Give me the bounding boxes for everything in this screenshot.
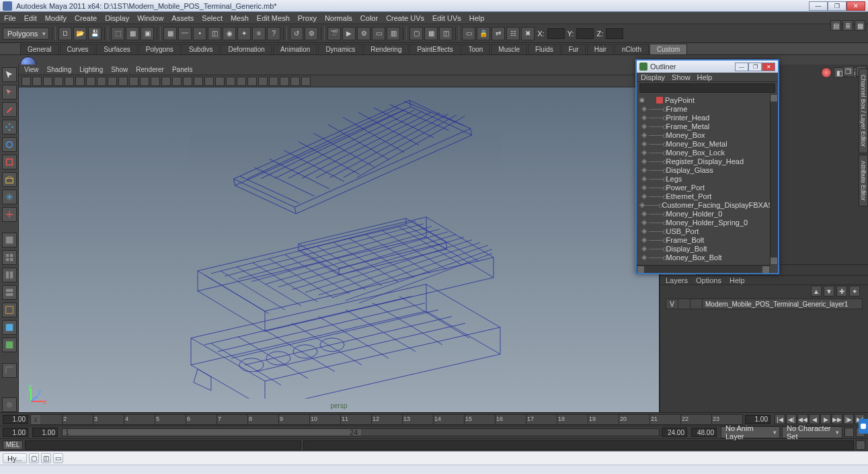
vp-field-chart-icon[interactable]: [129, 77, 139, 86]
shelf-tab-custom[interactable]: Custom: [649, 44, 687, 54]
window-maximize-button[interactable]: ❐: [828, 1, 846, 11]
window-minimize-button[interactable]: —: [809, 1, 828, 11]
menu-modify[interactable]: Modify: [45, 14, 67, 22]
go-to-start-button[interactable]: |◀: [775, 414, 785, 424]
layout-single-pane-icon[interactable]: [2, 233, 17, 247]
task-layout-1-icon[interactable]: ▢: [29, 453, 39, 463]
lock-icon[interactable]: 🔒: [477, 27, 490, 40]
univ-manip-tool-icon[interactable]: [2, 172, 17, 187]
shelf-tab-hair[interactable]: Hair: [587, 44, 614, 54]
task-layout-3-icon[interactable]: ▭: [53, 453, 63, 463]
vp-textured-icon[interactable]: [183, 77, 192, 86]
vp-grease-icon[interactable]: [75, 77, 85, 86]
snap-grid-icon[interactable]: ▦: [163, 27, 177, 40]
select-comp-icon[interactable]: ▣: [141, 27, 154, 40]
menu-file[interactable]: File: [4, 14, 16, 22]
layer-move-down-icon[interactable]: ▼: [824, 286, 834, 297]
outliner-node-register_display_head[interactable]: ◈───o Register_Display_Head: [637, 157, 778, 165]
coord-x-input[interactable]: [547, 28, 565, 39]
play-forward-button[interactable]: ▶: [820, 414, 831, 424]
show-manip-tool-icon[interactable]: [2, 207, 17, 222]
paint-select-tool-icon[interactable]: [2, 102, 17, 117]
outliner-menu-help[interactable]: Help: [697, 73, 713, 81]
layer-menu-options[interactable]: Options: [696, 276, 721, 284]
outliner-node-money_box_lock[interactable]: ◈───o Money_Box_Lock: [637, 148, 778, 157]
menu-assets[interactable]: Assets: [171, 14, 194, 22]
hypershade-task-button[interactable]: Hy...: [3, 453, 27, 463]
viewport-menu-show[interactable]: Show: [111, 66, 128, 73]
viewport-canvas[interactable]: y x z persp: [19, 87, 659, 412]
layer-menu-layers[interactable]: Layers: [666, 276, 688, 284]
layer-move-up-icon[interactable]: ▲: [811, 286, 822, 297]
window-close-button[interactable]: ✕: [846, 1, 865, 11]
step-forward-button[interactable]: ▶▶: [832, 414, 842, 424]
step-back-button[interactable]: ◀◀: [797, 414, 808, 424]
history-icon[interactable]: ↺: [290, 27, 303, 40]
time-slider[interactable]: 1234567891011121314151617181920212223241: [30, 414, 743, 425]
outliner-node-printer_head[interactable]: ◈───o Printer_Head: [637, 113, 778, 122]
current-time-field-right[interactable]: 1.00: [745, 415, 771, 424]
outliner-node-frame_bolt[interactable]: ◈───o Frame_Bolt: [637, 235, 778, 244]
layout-script-icon[interactable]: [2, 338, 17, 352]
batch-render-icon[interactable]: ▥: [387, 27, 400, 40]
layer-color-swatch[interactable]: [691, 299, 703, 309]
shelf-tab-deformation[interactable]: Deformation: [221, 44, 272, 54]
sidebar-toggle-3-icon[interactable]: ▦: [855, 20, 865, 31]
op-list-icon[interactable]: ≡: [252, 27, 266, 40]
coord-z-input[interactable]: [606, 28, 623, 39]
np-icon[interactable]: ☷: [506, 27, 520, 40]
shelf-tab-surfaces[interactable]: Surfaces: [96, 44, 137, 54]
layer-new-empty-icon[interactable]: ✚: [836, 286, 847, 297]
vp-grid-icon[interactable]: [86, 77, 95, 86]
vtab-attribute-editor[interactable]: Attribute Editor: [859, 155, 868, 207]
outliner-node-ethernet_port[interactable]: ◈───o Ethernet_Port: [637, 192, 778, 200]
outliner-node-power_port[interactable]: ◈───o Power_Port: [637, 183, 778, 192]
restore-panel-icon[interactable]: ❐: [843, 66, 854, 77]
vp-2d-pan-icon[interactable]: [65, 77, 74, 86]
construction-icon[interactable]: ⚙: [305, 27, 318, 40]
shelf-tab-ncloth[interactable]: nCloth: [615, 44, 649, 54]
open-scene-icon[interactable]: 📂: [73, 27, 87, 40]
shelf-tab-fluids[interactable]: Fluids: [528, 44, 561, 54]
vp-xray-icon[interactable]: [237, 77, 246, 86]
vp-sep-icon[interactable]: [269, 77, 278, 86]
viewport-menu-lighting[interactable]: Lighting: [79, 66, 103, 73]
shelf-tab-fur[interactable]: Fur: [561, 44, 586, 54]
tool-settings-icon[interactable]: [2, 397, 17, 412]
shelf-tab-subdivs[interactable]: Subdivs: [182, 44, 221, 54]
layout-four-icon[interactable]: ▦: [424, 27, 438, 40]
shelf-tab-polygons[interactable]: Polygons: [139, 44, 181, 54]
shelf-tab-animation[interactable]: Animation: [273, 44, 317, 54]
snap-plane-icon[interactable]: ◫: [208, 27, 221, 40]
lasso-tool-icon[interactable]: [2, 85, 17, 100]
anim-start-field[interactable]: 1.00: [3, 428, 28, 437]
layer-vis-toggle[interactable]: V: [666, 299, 678, 309]
render-view-icon[interactable]: ▭: [372, 27, 385, 40]
layout-graph-icon[interactable]: [2, 320, 17, 335]
playback-end-field[interactable]: 24.00: [662, 428, 687, 437]
current-time-field-left[interactable]: 1.00: [3, 415, 28, 424]
outliner-filter-input[interactable]: [639, 83, 775, 93]
select-hier-icon[interactable]: ⬚: [111, 27, 124, 40]
menu-create[interactable]: Create: [75, 14, 97, 22]
outliner-node-display_bolt[interactable]: ◈───o Display_Bolt: [637, 244, 778, 253]
vp-shadows-icon[interactable]: [204, 77, 214, 86]
module-selector-dropdown[interactable]: Polygons: [3, 28, 49, 40]
coord-y-input[interactable]: [576, 28, 594, 39]
render-frame-icon[interactable]: 🎬: [327, 27, 341, 40]
snap-view-icon[interactable]: ✦: [237, 27, 251, 40]
vp-isolate-icon[interactable]: [226, 77, 235, 86]
outliner-node-money_holder_spring_0[interactable]: ◈───o Money_Holder_Spring_0: [637, 218, 778, 227]
layout-two-h-icon[interactable]: [2, 285, 17, 300]
vp-view-cube-icon[interactable]: [280, 77, 289, 86]
menu-select[interactable]: Select: [202, 14, 223, 22]
outliner-vscrollbar[interactable]: [770, 94, 778, 265]
range-slider[interactable]: 124: [62, 428, 660, 436]
display-layer-row[interactable]: V Modern_Mobile_POS_Terminal_Generic_lay…: [666, 299, 863, 309]
current-frame-marker[interactable]: 1: [31, 415, 40, 424]
layer-new-selected-icon[interactable]: ✦: [849, 286, 860, 297]
outliner-node-usb_port[interactable]: ◈───o USB_Port: [637, 227, 778, 235]
help-icon[interactable]: ?: [267, 27, 280, 40]
viewport-menu-view[interactable]: View: [24, 66, 39, 73]
playback-start-field[interactable]: 1.00: [32, 428, 58, 437]
